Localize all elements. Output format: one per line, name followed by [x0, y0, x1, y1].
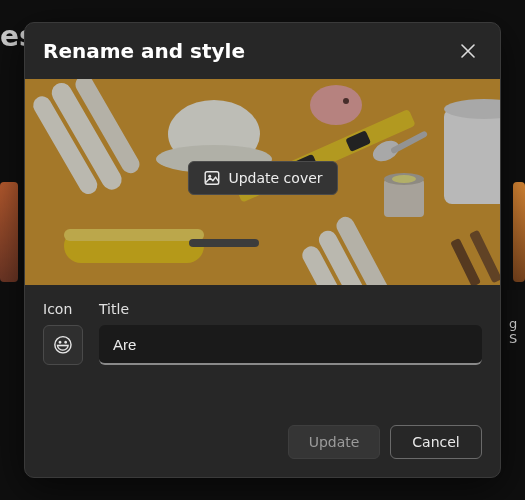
update-button-label: Update — [309, 434, 360, 450]
dialog-header: Rename and style — [25, 23, 500, 79]
close-button[interactable] — [454, 37, 482, 65]
title-input[interactable] — [99, 325, 482, 365]
update-cover-label: Update cover — [228, 170, 322, 186]
background-card-right — [513, 182, 525, 282]
icon-emoji: 😃 — [53, 333, 74, 357]
image-icon — [202, 169, 220, 187]
update-button[interactable]: Update — [288, 425, 380, 459]
background-card-right-label: g S — [507, 290, 525, 350]
cancel-button[interactable]: Cancel — [390, 425, 482, 459]
icon-label: Icon — [43, 301, 83, 317]
title-label: Title — [99, 301, 482, 317]
rename-style-dialog: Rename and style — [24, 22, 501, 478]
form-area: Icon 😃 Title — [25, 285, 500, 377]
cancel-button-label: Cancel — [412, 434, 459, 450]
svg-point-27 — [208, 175, 211, 178]
cover-area: Update cover — [25, 79, 500, 285]
background-card-left — [0, 182, 18, 282]
dialog-title: Rename and style — [43, 39, 245, 63]
dialog-footer: Update Cancel — [25, 411, 500, 477]
icon-picker[interactable]: 😃 — [43, 325, 83, 365]
update-cover-button[interactable]: Update cover — [187, 161, 337, 195]
close-icon — [461, 44, 475, 58]
